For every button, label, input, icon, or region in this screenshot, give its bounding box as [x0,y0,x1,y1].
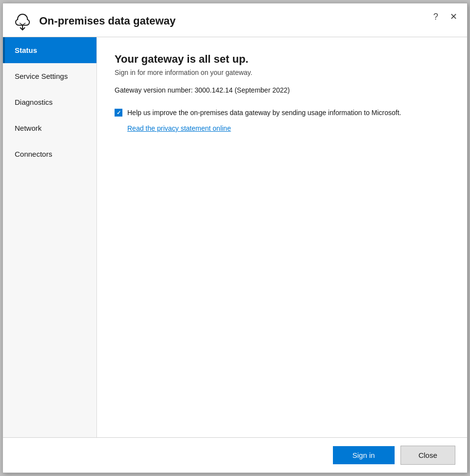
app-icon [13,11,32,31]
sidebar-item-network[interactable]: Network [3,115,96,141]
title-bar-controls: ? ✕ [431,10,459,23]
app-window: On-premises data gateway ? ✕ Status Serv… [2,3,468,473]
usage-checkbox-row: Help us improve the on-premises data gat… [115,108,449,118]
content-title: Your gateway is all set up. [115,53,449,66]
svg-line-2 [23,23,25,25]
footer: Sign in Close [3,437,467,473]
close-button[interactable]: ✕ [448,10,459,23]
privacy-link[interactable]: Read the privacy statement online [127,124,231,132]
checkbox-icon[interactable] [115,109,122,117]
sidebar-item-status[interactable]: Status [3,37,96,63]
help-button[interactable]: ? [431,11,440,23]
usage-checkbox[interactable] [115,109,122,117]
signin-button[interactable]: Sign in [333,446,395,464]
title-bar: On-premises data gateway ? ✕ [3,3,467,37]
sidebar-item-service-settings[interactable]: Service Settings [3,63,96,89]
sidebar: Status Service Settings Diagnostics Netw… [3,37,97,437]
checkbox-label: Help us improve the on-premises data gat… [127,108,401,118]
content-area: Your gateway is all set up. Sign in for … [97,37,467,437]
main-content: Status Service Settings Diagnostics Netw… [3,37,467,437]
sidebar-item-diagnostics[interactable]: Diagnostics [3,89,96,115]
app-title: On-premises data gateway [39,15,176,27]
version-text: Gateway version number: 3000.142.14 (Sep… [115,86,449,94]
sidebar-item-connectors[interactable]: Connectors [3,141,96,167]
content-subtitle: Sign in for more information on your gat… [115,69,449,76]
svg-line-1 [20,23,23,25]
close-footer-button[interactable]: Close [400,446,455,465]
